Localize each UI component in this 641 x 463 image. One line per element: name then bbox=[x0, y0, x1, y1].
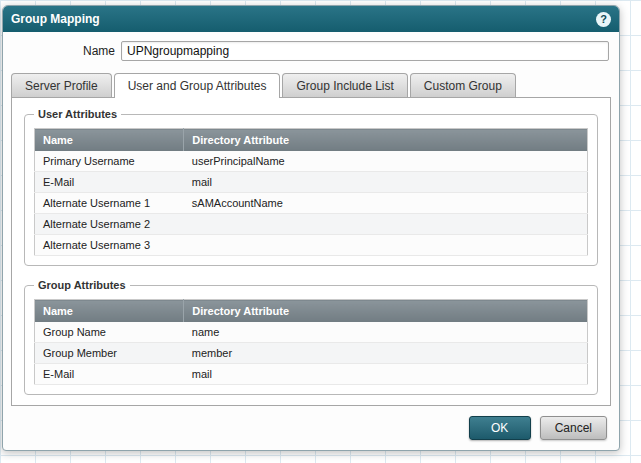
help-icon[interactable]: ? bbox=[596, 12, 611, 27]
column-header-directory-attribute: Directory Attribute bbox=[184, 129, 588, 152]
cell-directory-attribute bbox=[184, 214, 588, 235]
tab-group-include-list[interactable]: Group Include List bbox=[282, 73, 407, 97]
tab-panel: User Attributes Name Directory Attribute… bbox=[11, 97, 611, 406]
tab-server-profile[interactable]: Server Profile bbox=[11, 73, 112, 97]
tab-strip: Server Profile User and Group Attributes… bbox=[11, 73, 611, 97]
table-header-row: Name Directory Attribute bbox=[35, 300, 588, 323]
group-attributes-table: Name Directory Attribute Group Name name… bbox=[34, 299, 588, 385]
dialog-footer: OK Cancel bbox=[3, 406, 619, 451]
dialog-title: Group Mapping bbox=[11, 12, 100, 26]
column-header-name: Name bbox=[35, 129, 184, 152]
cell-directory-attribute: name bbox=[184, 322, 588, 343]
table-row[interactable]: Alternate Username 2 bbox=[35, 214, 588, 235]
table-row[interactable]: Alternate Username 3 bbox=[35, 235, 588, 256]
name-row: Name bbox=[13, 41, 609, 61]
cell-name: Primary Username bbox=[35, 151, 184, 172]
name-input[interactable] bbox=[121, 41, 609, 61]
tab-custom-group[interactable]: Custom Group bbox=[410, 73, 516, 97]
table-row[interactable]: E-Mail mail bbox=[35, 364, 588, 385]
column-header-name: Name bbox=[35, 300, 184, 323]
cell-name: Alternate Username 2 bbox=[35, 214, 184, 235]
cell-name: Alternate Username 3 bbox=[35, 235, 184, 256]
table-row[interactable]: Alternate Username 1 sAMAccountName bbox=[35, 193, 588, 214]
cancel-button[interactable]: Cancel bbox=[540, 416, 607, 440]
group-attributes-legend: Group Attributes bbox=[34, 279, 130, 291]
cell-name: Group Name bbox=[35, 322, 184, 343]
cell-name: Alternate Username 1 bbox=[35, 193, 184, 214]
table-row[interactable]: Group Name name bbox=[35, 322, 588, 343]
user-attributes-table: Name Directory Attribute Primary Usernam… bbox=[34, 128, 588, 256]
cell-name: Group Member bbox=[35, 343, 184, 364]
cell-name: E-Mail bbox=[35, 172, 184, 193]
table-row[interactable]: Primary Username userPrincipalName bbox=[35, 151, 588, 172]
cell-directory-attribute: mail bbox=[184, 172, 588, 193]
column-header-directory-attribute: Directory Attribute bbox=[184, 300, 588, 323]
cell-directory-attribute: member bbox=[184, 343, 588, 364]
table-header-row: Name Directory Attribute bbox=[35, 129, 588, 152]
cell-directory-attribute: sAMAccountName bbox=[184, 193, 588, 214]
cell-directory-attribute bbox=[184, 235, 588, 256]
tab-user-and-group-attributes[interactable]: User and Group Attributes bbox=[114, 73, 281, 98]
ok-button[interactable]: OK bbox=[469, 416, 531, 440]
group-mapping-dialog: Group Mapping ? Name Server Profile User… bbox=[2, 5, 620, 451]
name-label: Name bbox=[13, 44, 115, 58]
user-attributes-legend: User Attributes bbox=[34, 108, 121, 120]
group-attributes-group: Group Attributes Name Directory Attribut… bbox=[24, 279, 598, 395]
table-row[interactable]: E-Mail mail bbox=[35, 172, 588, 193]
table-row[interactable]: Group Member member bbox=[35, 343, 588, 364]
dialog-titlebar: Group Mapping ? bbox=[3, 6, 619, 32]
cell-directory-attribute: userPrincipalName bbox=[184, 151, 588, 172]
user-attributes-group: User Attributes Name Directory Attribute… bbox=[24, 108, 598, 266]
cell-directory-attribute: mail bbox=[184, 364, 588, 385]
cell-name: E-Mail bbox=[35, 364, 184, 385]
